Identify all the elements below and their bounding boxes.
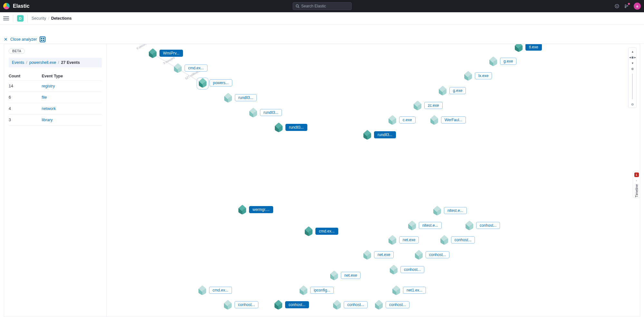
cube-icon bbox=[415, 251, 423, 260]
global-header: Elastic Search Elastic a bbox=[0, 0, 644, 12]
cube-icon bbox=[388, 236, 397, 245]
zoom-slider[interactable] bbox=[632, 74, 633, 99]
process-node[interactable]: conhost... bbox=[224, 301, 258, 309]
global-search-input[interactable]: Search Elastic bbox=[293, 2, 351, 10]
zoom-control: ▴ ◂ ◉ ▸ ▾ ⊕ ⊖ bbox=[628, 47, 637, 108]
process-label: tl.exe bbox=[525, 44, 542, 51]
timeline-flyout-toggle[interactable]: 1 ‹ Timeline bbox=[633, 171, 640, 198]
process-label: conhost... bbox=[285, 301, 309, 308]
process-node[interactable]: g.exe bbox=[438, 86, 466, 95]
process-label: g.exe bbox=[449, 87, 466, 94]
cube-icon bbox=[274, 301, 283, 310]
news-feed-icon[interactable] bbox=[624, 4, 629, 9]
event-type-link[interactable]: library bbox=[42, 114, 102, 126]
process-node[interactable]: lx.exe bbox=[464, 72, 492, 80]
close-analyzer-link[interactable]: Close analyzer bbox=[10, 37, 37, 42]
process-node[interactable]: conhost... bbox=[274, 301, 309, 309]
cube-icon bbox=[363, 251, 371, 260]
process-node[interactable]: nltest.e... bbox=[408, 221, 442, 230]
process-label: lx.exe bbox=[475, 72, 492, 79]
process-node[interactable]: g.exe bbox=[489, 57, 516, 65]
process-node[interactable]: net1.ex... bbox=[392, 286, 426, 294]
process-node[interactable]: zc.exe bbox=[413, 101, 443, 110]
breadcrumb-security[interactable]: Security bbox=[32, 16, 46, 21]
process-node[interactable]: cmd.ex... bbox=[198, 286, 232, 294]
close-icon[interactable]: ✕ bbox=[4, 37, 8, 42]
process-label: powers... bbox=[209, 79, 232, 86]
event-count-cell: 4 bbox=[9, 103, 42, 114]
cube-icon bbox=[363, 131, 371, 140]
nav-toggle-button[interactable] bbox=[3, 15, 9, 21]
process-label: conhost... bbox=[386, 301, 409, 308]
process-node[interactable]: tl.exe bbox=[514, 44, 542, 51]
cube-icon bbox=[149, 50, 157, 58]
process-label: ipconfig... bbox=[310, 287, 334, 294]
cube-icon bbox=[440, 236, 448, 245]
pan-up-button[interactable]: ▴ bbox=[630, 49, 635, 54]
analyzer-header: ✕ Close analyzer bbox=[0, 35, 644, 44]
svg-rect-5 bbox=[41, 38, 42, 39]
layout-toggle-button[interactable] bbox=[40, 36, 45, 42]
process-node[interactable]: conhost... bbox=[415, 251, 449, 259]
cube-icon bbox=[304, 228, 313, 236]
user-avatar[interactable]: a bbox=[634, 3, 641, 10]
process-node[interactable]: cmd.ex... bbox=[304, 227, 338, 235]
event-type-table: Count Event Type 14registry6file4network… bbox=[9, 72, 102, 126]
search-placeholder: Search Elastic bbox=[301, 4, 326, 8]
process-node[interactable]: wermgr.... bbox=[238, 205, 273, 214]
process-node[interactable]: WerFaul... bbox=[430, 116, 466, 124]
cube-icon bbox=[388, 116, 397, 125]
process-node[interactable]: nltest.e... bbox=[433, 206, 467, 215]
divider bbox=[13, 15, 13, 22]
process-node[interactable]: conhost... bbox=[375, 301, 409, 309]
zoom-out-button[interactable]: ⊖ bbox=[630, 102, 635, 106]
cube-icon bbox=[375, 301, 383, 310]
recenter-button[interactable]: ◉ bbox=[631, 55, 634, 59]
process-label: conhost... bbox=[451, 236, 475, 243]
space-selector[interactable]: D bbox=[17, 15, 24, 22]
cube-icon bbox=[174, 64, 182, 73]
process-node[interactable]: cmd.ex... bbox=[174, 64, 207, 72]
process-node[interactable]: conhost... bbox=[440, 236, 475, 244]
process-label: conhost... bbox=[344, 301, 368, 308]
event-type-link[interactable]: network bbox=[42, 103, 102, 114]
process-node[interactable]: net.exe bbox=[388, 236, 419, 244]
pan-right-button[interactable]: ▸ bbox=[634, 55, 636, 59]
event-type-link[interactable]: registry bbox=[42, 81, 102, 92]
process-node[interactable]: rundll3... bbox=[274, 123, 307, 132]
process-node[interactable]: net.exe bbox=[330, 271, 360, 280]
event-count-cell: 14 bbox=[9, 81, 42, 92]
process-node[interactable]: c.exe bbox=[388, 116, 416, 124]
zoom-in-button[interactable]: ⊕ bbox=[630, 66, 635, 71]
process-label: net1.ex... bbox=[403, 287, 426, 294]
process-node[interactable]: conhost... bbox=[389, 265, 424, 274]
col-count: Count bbox=[9, 72, 42, 81]
process-node[interactable]: ipconfig... bbox=[299, 286, 334, 294]
cube-icon bbox=[224, 301, 232, 310]
cube-icon bbox=[433, 207, 441, 215]
crumb-events-link[interactable]: Events bbox=[12, 60, 24, 65]
search-icon bbox=[295, 4, 299, 8]
help-icon[interactable] bbox=[614, 4, 620, 9]
analyzer-main: BETA Events / powershell.exe / 27 Events… bbox=[4, 44, 640, 317]
process-label: zc.exe bbox=[424, 102, 443, 109]
edge-timing-label: 6 seconds bbox=[136, 44, 149, 50]
process-node[interactable]: powers... bbox=[198, 79, 232, 87]
pan-down-button[interactable]: ▾ bbox=[630, 61, 635, 65]
crumb-process-link[interactable]: powershell.exe bbox=[29, 60, 56, 65]
process-node[interactable]: net.exe bbox=[363, 251, 394, 259]
process-node[interactable]: rundll3... bbox=[249, 108, 282, 117]
crumb-sep: / bbox=[26, 60, 27, 65]
process-tree-canvas[interactable]: 6 seconds3 minutes527 milliseco...4 seco… bbox=[107, 44, 640, 317]
analyzer-sidebar: BETA Events / powershell.exe / 27 Events… bbox=[4, 44, 107, 317]
process-node[interactable]: conhost... bbox=[465, 221, 500, 230]
process-node[interactable]: conhost... bbox=[333, 301, 368, 309]
cube-icon bbox=[465, 222, 474, 230]
process-node[interactable]: WmiPrv... bbox=[149, 49, 183, 57]
crumb-event-count: 27 Events bbox=[61, 60, 80, 65]
process-node[interactable]: rundll3... bbox=[363, 131, 396, 139]
process-node[interactable]: rundll3... bbox=[224, 94, 257, 102]
cube-icon bbox=[438, 87, 447, 95]
event-type-link[interactable]: file bbox=[42, 92, 102, 103]
svg-point-3 bbox=[616, 5, 618, 7]
